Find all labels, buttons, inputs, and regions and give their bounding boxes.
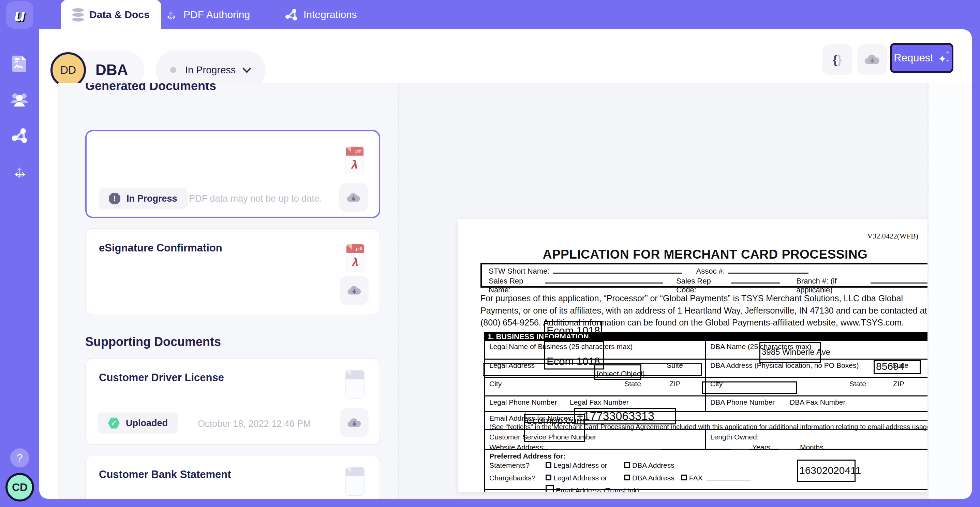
code-view-button[interactable]: { } bbox=[822, 45, 853, 75]
stale-pdf-note: PDF data may not be up to date. bbox=[189, 193, 322, 204]
generated-documents-heading: Generated Documents bbox=[85, 83, 216, 93]
user-avatar[interactable]: CD bbox=[5, 473, 34, 502]
field-label: DBA Phone Number bbox=[710, 398, 775, 406]
collapsed-side-strip bbox=[928, 83, 972, 499]
field-label: Legal Address or bbox=[554, 461, 615, 469]
field-label: ZIP bbox=[893, 380, 904, 388]
field-value-contact-phone[interactable]: 16302020411 bbox=[797, 459, 856, 482]
download-button[interactable] bbox=[339, 183, 368, 212]
record-avatar: DD bbox=[51, 52, 86, 88]
tab-label: Data & Docs bbox=[89, 9, 150, 21]
field-value-dba-address[interactable]: 3985 Winberie Ave bbox=[759, 342, 821, 363]
acrobat-icon: λ bbox=[347, 253, 364, 271]
chevron-down-icon bbox=[242, 64, 251, 73]
pdf-version: V32.0422(WFB) bbox=[867, 232, 918, 241]
rail-documents-icon[interactable] bbox=[10, 54, 29, 73]
doc-title: eSignature Confirmation bbox=[99, 242, 222, 254]
tab-label: PDF Authoring bbox=[183, 9, 250, 21]
page-title: DBA bbox=[95, 61, 128, 78]
field-label: Chargebacks? bbox=[489, 474, 546, 482]
pdf-file-icon: pdf λ bbox=[345, 147, 364, 174]
field-box-dba-phone[interactable] bbox=[702, 381, 797, 394]
field-label: Legal Phone Number bbox=[489, 398, 557, 406]
field-label: City bbox=[489, 380, 501, 387]
logo-glyph: u bbox=[14, 5, 25, 25]
field-label: ZIP bbox=[669, 380, 681, 388]
database-icon bbox=[72, 8, 84, 21]
cloud-download-icon bbox=[865, 54, 880, 65]
field-value-dba-zip[interactable]: 85694 bbox=[873, 360, 921, 374]
move-arrows-icon: ↔↕ bbox=[164, 8, 178, 21]
main-window: DD DBA In Progress { } Request ✦ ✦ ✦ Gen… bbox=[39, 29, 972, 499]
pdf-file-icon: pdf λ bbox=[346, 244, 364, 272]
field-value-cs-phone[interactable]: +17733063313 bbox=[574, 408, 676, 424]
upload-date: October 18, 2022 12:46 PM bbox=[198, 419, 311, 429]
status-value: In Progress bbox=[185, 64, 235, 76]
sales-rep-box: STW Short Name: Assoc #: Sales Rep Name:… bbox=[480, 263, 942, 288]
help-button[interactable]: ? bbox=[10, 448, 29, 467]
field-label: DBA Address bbox=[632, 461, 675, 469]
file-icon bbox=[345, 467, 364, 496]
field-label: Legal Address or bbox=[554, 474, 615, 482]
cloud-download-icon bbox=[347, 285, 361, 296]
field-label: Statements? bbox=[489, 461, 546, 469]
download-all-button[interactable] bbox=[857, 45, 887, 75]
cloud-download-icon bbox=[347, 193, 360, 203]
rail-integrations-icon[interactable] bbox=[10, 126, 29, 145]
field-label: FAX bbox=[689, 474, 703, 482]
tab-data-and-docs[interactable]: Data & Docs bbox=[61, 0, 161, 29]
cloud-download-icon bbox=[347, 418, 361, 428]
doc-title: Customer Driver License bbox=[99, 371, 224, 384]
sparkles-icon: ✦ ✦ ✦ bbox=[938, 52, 950, 64]
checkbox[interactable] bbox=[546, 475, 551, 480]
tab-integrations[interactable]: Integrations bbox=[273, 0, 369, 29]
field-label: DBA Fax Number bbox=[790, 398, 845, 407]
rail-move-icon[interactable]: ↔ ↕ bbox=[10, 162, 29, 180]
supporting-doc-card-driver-license[interactable]: Customer Driver License ✓ Uploaded Octob… bbox=[85, 358, 380, 445]
supporting-doc-card-bank-statement[interactable]: Customer Bank Statement ✓ Uploaded Octob… bbox=[85, 455, 380, 499]
checkbox[interactable] bbox=[624, 462, 630, 468]
generated-doc-card-in-progress[interactable]: pdf λ ! In Progress PDF data may not be … bbox=[85, 130, 380, 218]
documents-panel[interactable]: Generated Documents pdf λ ! In Progress … bbox=[58, 83, 399, 499]
network-icon bbox=[285, 8, 298, 21]
field-value-legal-name[interactable]: Ecom 1018 bbox=[544, 321, 602, 339]
brace-left-icon: { bbox=[833, 53, 837, 66]
status-badge: ✓ Uploaded bbox=[98, 413, 178, 434]
help-icon: ? bbox=[17, 452, 23, 464]
download-button[interactable] bbox=[340, 276, 369, 305]
app-logo[interactable]: u bbox=[6, 2, 33, 29]
check-icon: ✓ bbox=[108, 417, 120, 429]
checkbox[interactable] bbox=[624, 475, 630, 480]
brace-right-icon: } bbox=[837, 53, 842, 66]
field-label: State bbox=[624, 380, 641, 388]
field-box-legal-city-row[interactable] bbox=[483, 364, 702, 376]
status-dot-icon bbox=[170, 67, 176, 73]
checkbox[interactable] bbox=[546, 462, 551, 468]
alert-icon: ! bbox=[109, 193, 120, 204]
field-label: Length Owned: bbox=[710, 433, 937, 441]
field-value-website[interactable]: ecompp.com bbox=[524, 414, 585, 442]
pdf-title: APPLICATION FOR MERCHANT CARD PROCESSING bbox=[458, 247, 952, 262]
field-label: Legal Fax Number bbox=[570, 398, 629, 407]
request-button[interactable]: Request ✦ ✦ ✦ bbox=[890, 43, 953, 73]
field-value-legal-state[interactable]: [object Object] bbox=[594, 364, 641, 380]
generated-doc-card-esignature[interactable]: eSignature Confirmation pdf λ bbox=[85, 228, 380, 315]
field-label: State bbox=[850, 380, 866, 388]
field-label: Customer Service Phone Number bbox=[489, 433, 701, 441]
pdf-viewer-panel[interactable]: V32.0422(WFB) APPLICATION FOR MERCHANT C… bbox=[399, 83, 928, 499]
tab-label: Integrations bbox=[304, 9, 357, 21]
file-icon bbox=[345, 370, 364, 399]
status-badge: ! In Progress bbox=[99, 188, 188, 209]
doc-title: Customer Bank Statement bbox=[99, 469, 231, 481]
checkbox[interactable] bbox=[681, 475, 687, 480]
supporting-documents-heading: Supporting Documents bbox=[85, 335, 221, 349]
preferred-address-label: Preferred Address for: bbox=[489, 452, 937, 460]
rail-team-icon[interactable] bbox=[10, 91, 29, 109]
field-label: DBA Address bbox=[632, 474, 675, 482]
tab-pdf-authoring[interactable]: ↔↕ PDF Authoring bbox=[153, 0, 261, 29]
acrobat-icon: λ bbox=[346, 156, 363, 173]
pdf-page: V32.0422(WFB) APPLICATION FOR MERCHANT C… bbox=[458, 219, 952, 492]
download-button[interactable] bbox=[340, 408, 369, 437]
